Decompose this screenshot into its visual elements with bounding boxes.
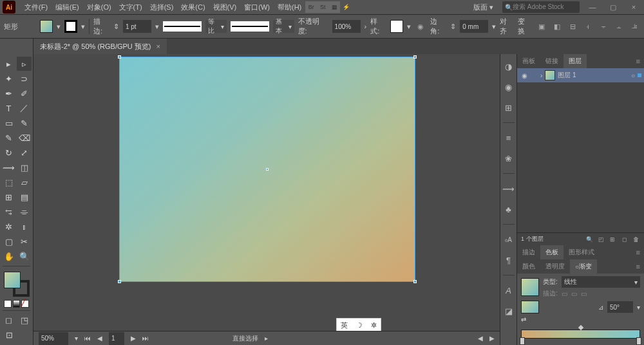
selection-handle[interactable] (118, 55, 121, 59)
selection-handle[interactable] (118, 280, 121, 283)
selection-handle[interactable] (413, 55, 417, 59)
type-tool[interactable]: T (1, 101, 16, 115)
bridge-icon[interactable]: Br (305, 1, 317, 13)
ime-gear-icon[interactable]: ✲ (371, 321, 377, 330)
chevron-right-icon[interactable]: › (365, 23, 367, 30)
panel-menu-icon[interactable]: ≡ (632, 263, 644, 270)
expand-icon[interactable]: › (540, 72, 542, 79)
ime-lang[interactable]: 英 (341, 321, 348, 330)
tab-links[interactable]: 链接 (540, 54, 564, 68)
corner-label[interactable]: 边角: (430, 17, 446, 36)
arrange-icon[interactable]: ▦ (328, 1, 340, 13)
chevron-down-icon[interactable]: ▾ (492, 23, 496, 31)
menu-edit[interactable]: 编辑(E) (52, 3, 83, 12)
color-guide-icon[interactable]: ◉ (503, 81, 515, 93)
eyedropper-tool[interactable]: ⥃ (1, 205, 16, 219)
gradient-fill-thumb[interactable] (521, 301, 539, 313)
chevron-down-icon[interactable]: ▾ (155, 23, 159, 31)
zoom-tool[interactable]: 🔍 (17, 249, 32, 263)
opacity-label[interactable]: 不透明度: (298, 17, 328, 36)
search-input[interactable]: 🔍 搜索 Adobe Stock (502, 1, 580, 13)
paintbrush-tool[interactable]: ✎ (17, 116, 32, 130)
align-right-icon[interactable]: ⫠ (613, 21, 625, 32)
scroll-left-icon[interactable]: ◀ (478, 335, 483, 342)
stroke-panel-icon[interactable]: ⟿ (503, 183, 515, 194)
shape-builder-tool[interactable]: ⬚ (1, 175, 16, 189)
stroke-gradient-mode-1[interactable]: ▭ (562, 290, 567, 297)
stroke-label[interactable]: 描边: (93, 17, 109, 36)
gradient-stop-left[interactable] (520, 337, 525, 345)
align-center-icon[interactable]: ⫟ (598, 21, 609, 32)
menu-select[interactable]: 选择(S) (146, 3, 178, 12)
color-panel-icon[interactable]: ◑ (503, 61, 515, 72)
new-sublayer-icon[interactable]: ⊞ (608, 235, 617, 244)
draw-mode-behind[interactable]: ◳ (17, 313, 32, 328)
artboard-tool[interactable]: ▢ (1, 234, 16, 248)
gradient-stop-right[interactable] (636, 337, 641, 345)
variable-width-dropdown[interactable]: 等比 ▾ (205, 20, 227, 33)
shape-mode-icon[interactable]: ◧ (551, 21, 563, 32)
selection-handle[interactable] (413, 280, 417, 283)
gradient-panel-icon[interactable]: ♣ (503, 203, 515, 215)
graph-tool[interactable]: ⫾ (17, 219, 32, 234)
tab-layers[interactable]: 图层 (564, 54, 587, 68)
draw-mode-normal[interactable]: ◻ (1, 313, 16, 328)
mesh-tool[interactable]: ⊞ (1, 190, 16, 204)
style-swatch[interactable] (390, 20, 403, 33)
ime-toolbar[interactable]: 英 ☽ ✲ (336, 318, 381, 332)
eraser-tool[interactable]: ⌫ (17, 131, 32, 145)
hand-tool[interactable]: ✋ (1, 249, 16, 263)
zoom-dropdown-icon[interactable]: ▾ (75, 335, 78, 342)
fill-swatch[interactable] (40, 20, 53, 33)
rotate-tool[interactable]: ↻ (1, 145, 16, 160)
gradient-slider[interactable] (521, 326, 640, 342)
fill-stroke-indicator[interactable] (4, 272, 30, 297)
selection-tool[interactable]: ▸ (1, 57, 16, 71)
recolor-icon[interactable]: ◉ (415, 21, 426, 32)
character-panel-icon[interactable]: ₀A (503, 234, 515, 245)
stroke-gradient-mode-3[interactable]: ▭ (581, 290, 587, 297)
nav-next-icon[interactable]: ▶ (131, 335, 136, 342)
transform-label[interactable]: 变换 (518, 17, 532, 36)
stroke-profile[interactable] (163, 21, 202, 32)
shaper-tool[interactable]: ✎ (1, 131, 16, 145)
slice-tool[interactable]: ✂ (17, 234, 32, 248)
direct-selection-tool[interactable]: ▹ (17, 57, 32, 71)
tab-swatches[interactable]: 色板 (540, 245, 564, 259)
brushes-panel-icon[interactable]: ≡ (503, 132, 515, 144)
clip-mask-icon[interactable]: ◰ (596, 235, 605, 244)
gradient-ramp[interactable] (521, 330, 640, 339)
tab-graphic-styles[interactable]: 图形样式 (564, 245, 600, 259)
menu-effect[interactable]: 效果(C) (177, 3, 209, 12)
gradient-tool[interactable]: ▤ (17, 190, 32, 204)
fill-dropdown-icon[interactable]: ▾ (57, 23, 61, 31)
center-point[interactable] (266, 168, 269, 171)
reverse-gradient-icon[interactable]: ⇄ (521, 316, 526, 323)
tab-close-icon[interactable]: × (156, 42, 160, 50)
lasso-tool[interactable]: ⊃ (17, 71, 32, 86)
tab-stroke[interactable]: 描边 (517, 245, 540, 259)
blend-tool[interactable]: ⌯ (17, 205, 32, 219)
gpu-icon[interactable]: ⚡ (340, 1, 352, 13)
brush-definition[interactable] (231, 21, 269, 32)
corner-stepper[interactable]: ⇕ (450, 23, 456, 31)
align-left-icon[interactable]: ⫞ (582, 21, 594, 32)
gradient-type-select[interactable]: 线性▾ (562, 276, 640, 288)
panel-menu-icon[interactable]: ≡ (632, 248, 644, 256)
type-panel-icon[interactable]: A (503, 284, 515, 296)
ime-moon-icon[interactable]: ☽ (356, 321, 363, 330)
width-tool[interactable]: ⟿ (1, 160, 16, 174)
locate-icon[interactable]: 🔍 (585, 235, 594, 244)
panel-menu-icon[interactable]: ≡ (632, 57, 644, 65)
nav-last-icon[interactable]: ⏭ (142, 335, 149, 342)
free-transform-tool[interactable]: ◫ (17, 160, 32, 174)
menu-view[interactable]: 视图(V) (209, 3, 241, 12)
line-tool[interactable]: ／ (17, 101, 32, 115)
brush-dropdown[interactable]: 基本 ▾ (273, 20, 294, 33)
document-tab[interactable]: 未标题-2* @ 50% (RGB/GPU 预览) × (33, 39, 167, 54)
artboard[interactable] (119, 57, 415, 282)
gradient-mode-icon[interactable] (13, 300, 21, 308)
fill-indicator[interactable] (4, 272, 21, 288)
nav-first-icon[interactable]: ⏮ (84, 335, 91, 342)
stroke-swatch[interactable] (64, 20, 77, 33)
